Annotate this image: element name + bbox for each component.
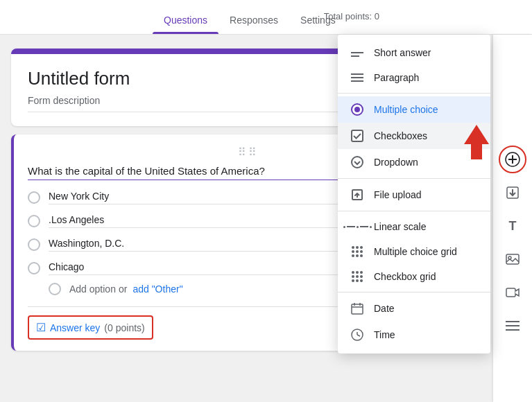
menu-label-short-answer: Short answer <box>374 47 431 58</box>
menu-label-multiple-choice: Multiple choice <box>374 104 438 115</box>
menu-item-linear-scale[interactable]: Linear scale <box>338 214 490 239</box>
menu-item-short-answer[interactable]: Short answer <box>338 40 490 65</box>
add-title-button[interactable]: T <box>499 212 526 240</box>
radio-circle-4 <box>28 262 40 274</box>
red-arrow <box>464 125 489 162</box>
add-image-button[interactable] <box>499 245 526 273</box>
add-question-button[interactable] <box>499 146 526 173</box>
time-icon <box>349 329 366 341</box>
answer-key-points: (0 points) <box>104 322 144 333</box>
add-other-link[interactable]: add "Other" <box>132 283 182 295</box>
add-option-text[interactable]: Add option <box>69 283 116 295</box>
total-points: Total points: 0 <box>324 11 379 21</box>
menu-label-file-upload: File upload <box>374 189 422 200</box>
svg-rect-7 <box>352 130 363 141</box>
short-answer-icon <box>349 48 366 58</box>
file-upload-icon <box>349 189 366 201</box>
answer-key-button[interactable]: ☑ Answer key (0 points) <box>28 315 153 340</box>
menu-divider-4 <box>338 292 490 292</box>
svg-rect-10 <box>352 304 363 314</box>
menu-label-dropdown: Dropdown <box>374 157 418 168</box>
menu-item-checkbox-grid[interactable]: Checkbox grid <box>338 264 490 289</box>
menu-divider-2 <box>338 178 490 179</box>
menu-label-linear-scale: Linear scale <box>374 221 427 232</box>
menu-item-date[interactable]: Date <box>338 295 490 322</box>
menu-item-multiple-choice-grid[interactable]: Multiple choice grid <box>338 239 490 264</box>
or-text: or <box>119 283 127 295</box>
answer-key-label: Answer key <box>50 322 100 333</box>
linear-scale-icon <box>349 226 366 228</box>
menu-label-date: Date <box>374 303 395 314</box>
import-questions-button[interactable] <box>499 179 526 207</box>
dropdown-icon <box>349 156 366 168</box>
svg-point-8 <box>352 157 363 168</box>
menu-item-paragraph[interactable]: Paragraph <box>338 65 490 90</box>
menu-label-checkbox-grid: Checkbox grid <box>374 271 436 282</box>
header: Questions Responses Settings Total point… <box>0 0 532 35</box>
menu-label-checkboxes: Checkboxes <box>374 130 427 141</box>
tab-questions[interactable]: Questions <box>153 5 218 34</box>
menu-item-multiple-choice[interactable]: Multiple choice <box>338 96 490 123</box>
menu-divider-1 <box>338 93 490 94</box>
add-section-icon <box>506 320 520 331</box>
menu-divider-3 <box>338 211 490 211</box>
menu-item-file-upload[interactable]: File upload <box>338 182 490 208</box>
add-question-icon <box>505 152 520 167</box>
multiple-choice-grid-icon <box>349 246 366 257</box>
main-content: Untitled form Form description ⠿⠿ What i… <box>0 35 532 402</box>
menu-label-time: Time <box>374 329 395 340</box>
menu-item-time[interactable]: Time <box>338 322 490 348</box>
answer-key-icon: ☑ <box>36 321 46 334</box>
add-section-button[interactable] <box>499 312 526 340</box>
import-questions-icon <box>506 186 520 200</box>
menu-label-paragraph: Paragraph <box>374 72 419 83</box>
tab-responses[interactable]: Responses <box>218 5 289 34</box>
date-icon <box>349 302 366 315</box>
add-video-button[interactable] <box>499 279 526 306</box>
checkboxes-icon <box>349 130 366 142</box>
radio-circle-1 <box>28 191 40 204</box>
multiple-choice-icon <box>349 103 366 116</box>
radio-circle-3 <box>28 238 40 251</box>
add-image-icon <box>506 252 520 266</box>
dropdown-menu: Short answer Paragraph Multiple <box>338 35 490 353</box>
svg-point-6 <box>354 107 360 112</box>
right-toolbar: T <box>493 35 532 402</box>
svg-marker-17 <box>464 125 489 159</box>
svg-rect-23 <box>506 254 519 264</box>
radio-circle-2 <box>28 215 40 227</box>
checkbox-grid-icon <box>349 271 366 282</box>
paragraph-icon <box>349 73 366 82</box>
menu-label-multiple-choice-grid: Multiple choice grid <box>374 246 457 257</box>
add-option-circle <box>49 283 61 295</box>
add-video-icon <box>506 286 520 299</box>
svg-rect-25 <box>506 288 515 297</box>
